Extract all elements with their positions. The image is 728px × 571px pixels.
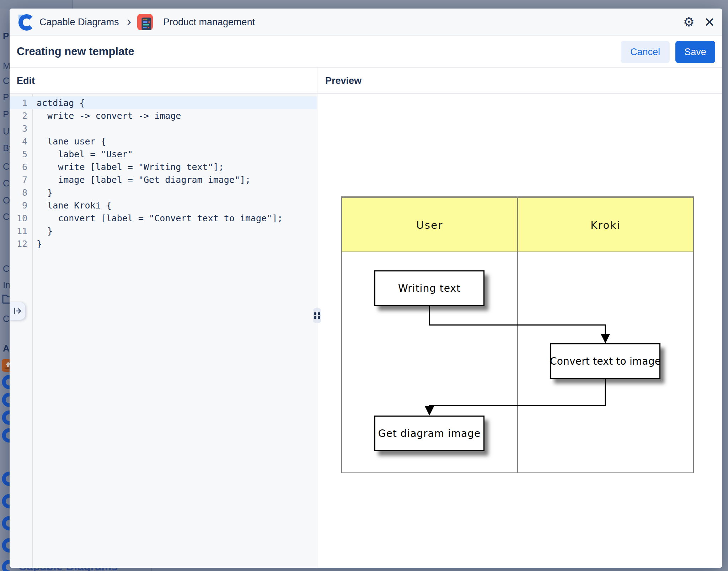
edit-pane-label: Edit bbox=[17, 68, 35, 94]
breadcrumb-chevron-icon: › bbox=[127, 9, 131, 35]
template-editor-modal: Capable Diagrams › Product management bbox=[10, 9, 722, 568]
code-line[interactable]: 2 write -> convert -> image bbox=[10, 109, 317, 122]
line-number: 9 bbox=[10, 200, 27, 211]
code-line[interactable]: 4 lane user { bbox=[10, 135, 317, 148]
code-lines: 1 actdiag { 2 write -> convert -> image … bbox=[10, 96, 317, 250]
drag-dots-icon bbox=[314, 312, 320, 319]
line-text: write [label = "Writing text"]; bbox=[27, 162, 224, 172]
capable-diagrams-logo-icon bbox=[17, 14, 34, 32]
line-text: image [label = "Get diagram image"]; bbox=[27, 175, 251, 185]
app-icon-capable bbox=[1, 559, 10, 571]
line-text: } bbox=[27, 226, 53, 236]
line-number: 3 bbox=[10, 123, 27, 134]
sidebar-item-truncated: Cl bbox=[3, 211, 10, 222]
page-title: Creating new template bbox=[17, 36, 134, 67]
code-line[interactable]: 6 write [label = "Writing text"]; bbox=[10, 160, 317, 173]
sidebar-item-truncated: M bbox=[3, 60, 10, 72]
header-actions: ⚙ × bbox=[683, 9, 714, 36]
app-icon-capable bbox=[1, 410, 10, 426]
code-line[interactable]: 7 image [label = "Get diagram image"]; bbox=[10, 173, 317, 186]
folder-icon bbox=[2, 293, 10, 305]
close-icon[interactable]: × bbox=[705, 14, 714, 31]
modal-title-row: Creating new template Cancel Save bbox=[10, 36, 722, 67]
sidebar-item-truncated: Cl bbox=[3, 263, 10, 274]
sidebar-item-truncated: Or bbox=[3, 195, 10, 206]
code-line[interactable]: 1 actdiag { bbox=[10, 96, 317, 109]
line-text: actdiag { bbox=[27, 98, 85, 108]
code-line[interactable]: 11 } bbox=[10, 224, 317, 237]
background-panel-divider bbox=[151, 568, 152, 571]
line-text: write -> convert -> image bbox=[27, 111, 181, 121]
code-line[interactable]: 12 } bbox=[10, 237, 317, 250]
line-number: 8 bbox=[10, 187, 27, 198]
app-icon-capable bbox=[1, 392, 10, 408]
edge-convert-image-segment bbox=[605, 379, 606, 406]
app-icon-capable bbox=[1, 538, 10, 554]
app-icon-capable bbox=[1, 516, 10, 532]
background-sidebar-top bbox=[0, 0, 73, 9]
sidebar-item-truncated: AP bbox=[3, 343, 10, 354]
line-number: 4 bbox=[10, 136, 27, 147]
line-text: } bbox=[27, 187, 53, 198]
app-icon-capable bbox=[1, 493, 10, 510]
code-editor[interactable]: 1 actdiag { 2 write -> convert -> image … bbox=[10, 94, 317, 568]
space-icon bbox=[137, 14, 153, 32]
app-icon-orange bbox=[2, 359, 10, 373]
background-sidebar: Pr M Cl Pr Pr Ul By Ca Ca Or bbox=[0, 9, 10, 571]
breadcrumb-space-link[interactable]: Product management bbox=[163, 9, 255, 36]
diagram-node-convert-text: Convert text to image bbox=[550, 343, 660, 379]
sidebar-item-truncated: Pr bbox=[3, 109, 10, 120]
app-icon-capable bbox=[1, 374, 10, 391]
line-text: convert [label = "Convert text to image"… bbox=[27, 213, 283, 223]
splitter-drag-handle[interactable] bbox=[313, 308, 321, 323]
sidebar-item-truncated: Ca bbox=[3, 161, 10, 172]
page-root: Pr M Cl Pr Pr Ul By Ca Ca Or bbox=[0, 0, 728, 571]
modal-header: Capable Diagrams › Product management bbox=[10, 9, 722, 36]
diagram-node-get-image: Get diagram image bbox=[374, 416, 485, 451]
line-number: 10 bbox=[10, 213, 27, 223]
sidebar-item-truncated: Cl bbox=[3, 75, 10, 86]
edge-write-convert-segment bbox=[429, 324, 606, 326]
app-icon-capable bbox=[1, 471, 10, 487]
save-button[interactable]: Save bbox=[675, 41, 715, 63]
expand-arrow-icon bbox=[12, 306, 22, 316]
line-number: 5 bbox=[10, 149, 27, 159]
line-text: label = "User" bbox=[27, 149, 133, 159]
lane-label-kroki: Kroki bbox=[518, 198, 694, 252]
lane-label-user: User bbox=[342, 198, 518, 252]
line-number: 1 bbox=[10, 98, 27, 108]
edge-convert-image-segment bbox=[429, 405, 606, 406]
sidebar-item-truncated: Pr bbox=[3, 31, 10, 42]
sidebar-item-truncated: Cr bbox=[3, 313, 10, 324]
edge-write-convert-segment bbox=[429, 306, 430, 325]
app-icon-capable bbox=[1, 428, 10, 444]
line-text: } bbox=[27, 239, 42, 249]
breadcrumb-app-link[interactable]: Capable Diagrams bbox=[39, 9, 119, 36]
code-line[interactable]: 5 label = "User" bbox=[10, 148, 317, 160]
line-text: lane user { bbox=[27, 136, 106, 147]
arrowhead-into-convert bbox=[601, 334, 610, 343]
line-number: 2 bbox=[10, 111, 27, 121]
sidebar-item-truncated: In bbox=[3, 280, 10, 291]
cancel-button[interactable]: Cancel bbox=[621, 41, 670, 63]
code-line[interactable]: 8 } bbox=[10, 186, 317, 199]
code-line[interactable]: 3 bbox=[10, 122, 317, 135]
line-number: 12 bbox=[10, 239, 27, 249]
sidebar-item-truncated: Ca bbox=[3, 178, 10, 189]
sidebar-item-truncated: By bbox=[3, 143, 10, 154]
sidebar-item-truncated: Ul bbox=[3, 126, 10, 137]
edge-write-convert-segment bbox=[605, 324, 606, 335]
diagram-node-writing-text: Writing text bbox=[374, 270, 485, 306]
code-line[interactable]: 9 lane Kroki { bbox=[10, 199, 317, 212]
code-line[interactable]: 10 convert [label = "Convert text to ima… bbox=[10, 212, 317, 224]
pane-header-row: Edit Preview bbox=[10, 67, 722, 94]
preview-pane-label: Preview bbox=[325, 68, 362, 94]
line-number: 11 bbox=[10, 226, 27, 236]
expand-sidebar-button[interactable] bbox=[10, 302, 26, 320]
sidebar-item-truncated: Pr bbox=[3, 92, 10, 103]
arrowhead-into-image bbox=[425, 406, 434, 416]
settings-gear-icon[interactable]: ⚙ bbox=[683, 16, 695, 28]
line-text: lane Kroki { bbox=[27, 200, 112, 211]
line-number: 6 bbox=[10, 162, 27, 172]
line-number: 7 bbox=[10, 175, 27, 185]
